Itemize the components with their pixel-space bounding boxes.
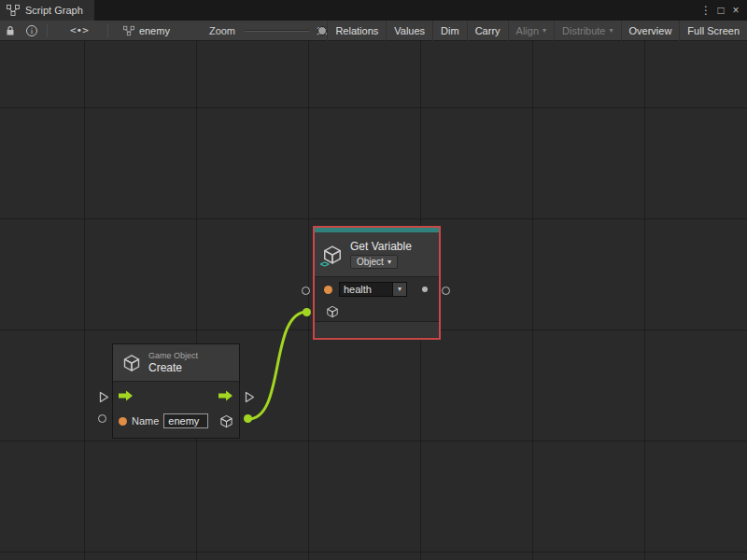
- gv-object-in-port[interactable]: [303, 308, 311, 316]
- get-variable-header: Get Variable Object ▾: [315, 232, 439, 277]
- variable-picker-button[interactable]: ▾: [393, 282, 407, 297]
- zoom-label: Zoom: [209, 25, 235, 36]
- node-title: Get Variable: [350, 240, 412, 253]
- dim-button[interactable]: Dim: [432, 21, 467, 41]
- variable-out-port[interactable]: [422, 287, 428, 292]
- variable-port-row: ▾: [315, 277, 439, 301]
- create-flow-out-port[interactable]: [245, 391, 255, 403]
- create-name-in-port[interactable]: [98, 414, 106, 423]
- graph-toolbar: <•> enemy Zoom 1x Relations Values: [0, 21, 747, 41]
- gameobject-output-icon: [219, 414, 233, 428]
- fullscreen-button[interactable]: Full Screen: [679, 21, 747, 41]
- script-graph-icon: [7, 5, 20, 16]
- info-button[interactable]: [21, 21, 43, 41]
- graph-name: enemy: [139, 25, 170, 36]
- gameobject-input-row: [315, 301, 439, 322]
- maximize-icon[interactable]: □: [713, 0, 728, 21]
- node-get-variable[interactable]: Get Variable Object ▾ ▾: [313, 226, 441, 340]
- variable-name-input[interactable]: [339, 282, 393, 297]
- param-label: Name: [132, 415, 159, 427]
- control-flow-row: [113, 382, 239, 410]
- chevron-down-icon: ▾: [543, 27, 546, 35]
- relations-button[interactable]: Relations: [327, 21, 386, 41]
- zoom-slider-handle[interactable]: [317, 26, 327, 35]
- graph-asset-icon: [123, 25, 134, 36]
- name-value-input[interactable]: [163, 413, 208, 428]
- close-icon[interactable]: ×: [728, 0, 743, 21]
- toolbar-buttons: Relations Values Dim Carry Align ▾ Distr…: [327, 21, 747, 41]
- gameobject-type-icon: [326, 305, 339, 318]
- title-bar: Script Graph ⋮ □ ×: [0, 0, 747, 21]
- create-flow-in-port[interactable]: [99, 391, 109, 403]
- chevron-down-icon: ▾: [398, 286, 402, 293]
- gv-left-port[interactable]: [302, 287, 310, 295]
- code-view-button[interactable]: <•>: [64, 21, 94, 41]
- tab-script-graph[interactable]: Script Graph: [0, 0, 94, 21]
- info-icon: [26, 25, 37, 36]
- variable-cube-icon: [322, 245, 343, 265]
- toolbar-separator: [107, 24, 108, 37]
- tab-label: Script Graph: [25, 5, 83, 16]
- node-title: Create: [148, 361, 198, 374]
- variable-value-in-port[interactable]: [324, 286, 332, 294]
- flow-out-arrow-icon[interactable]: [218, 390, 233, 401]
- overview-button[interactable]: Overview: [621, 21, 680, 41]
- script-graph-window: Script Graph ⋮ □ × <•>: [0, 0, 747, 560]
- lock-button[interactable]: [0, 21, 21, 41]
- zoom-slider[interactable]: [245, 25, 309, 36]
- align-dropdown[interactable]: Align ▾: [508, 21, 554, 41]
- cube-icon: [122, 354, 141, 372]
- create-header: Game Object Create: [113, 344, 239, 382]
- code-brackets-icon: [320, 259, 329, 269]
- zoom-slider-track[interactable]: [245, 30, 309, 32]
- variable-scope-dropdown[interactable]: Object ▾: [350, 255, 398, 269]
- graph-asset-label: enemy: [123, 25, 170, 36]
- name-param-row: Name: [113, 410, 239, 432]
- window-controls: ⋮ □ ×: [698, 0, 747, 21]
- toolbar-separator: [47, 24, 48, 37]
- code-icon: <•>: [70, 24, 89, 36]
- create-object-out-port[interactable]: [244, 414, 252, 423]
- graph-canvas[interactable]: Get Variable Object ▾ ▾: [0, 41, 747, 560]
- name-value-port[interactable]: [119, 417, 127, 426]
- kebab-menu-icon[interactable]: ⋮: [698, 0, 713, 21]
- chevron-down-icon: ▾: [610, 27, 613, 35]
- lock-icon: [6, 25, 15, 36]
- flow-in-arrow-icon[interactable]: [119, 390, 134, 401]
- chevron-down-icon: ▾: [388, 259, 391, 266]
- values-button[interactable]: Values: [386, 21, 432, 41]
- node-category: Game Object: [148, 351, 198, 360]
- distribute-dropdown[interactable]: Distribute ▾: [554, 21, 620, 41]
- gv-right-port[interactable]: [442, 287, 450, 295]
- node-footer: [315, 322, 439, 337]
- carry-button[interactable]: Carry: [467, 21, 508, 41]
- node-create-gameobject[interactable]: Game Object Create Name: [112, 343, 240, 439]
